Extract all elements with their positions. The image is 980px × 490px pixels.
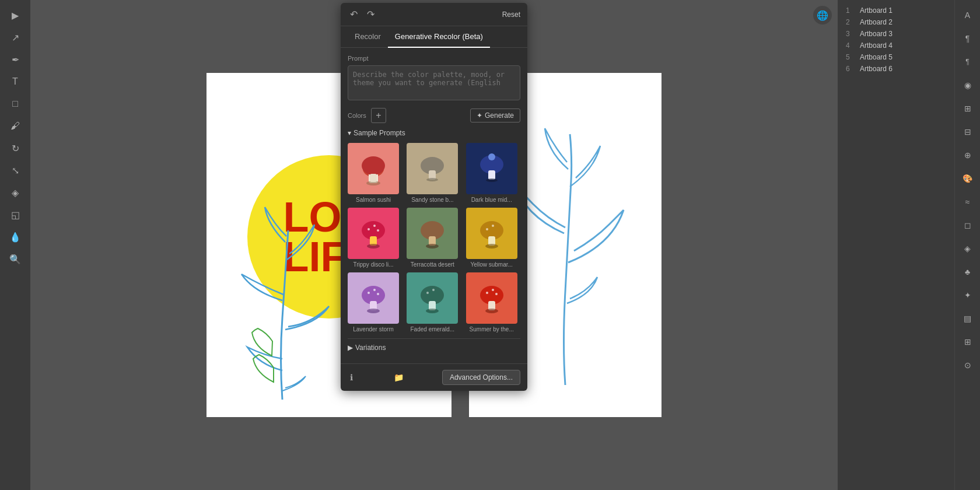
gradient-tool[interactable]: ◱ xyxy=(5,204,26,225)
sample-label-4: Terracotta desert xyxy=(407,261,458,268)
3d-tool[interactable]: ◈ xyxy=(957,238,978,259)
paintbrush-tool[interactable]: 🖌 xyxy=(5,116,26,136)
scale-tool[interactable]: ⤡ xyxy=(5,160,26,181)
svg-point-17 xyxy=(377,229,379,232)
appearance-tool[interactable]: ◻ xyxy=(957,215,978,236)
redo-button[interactable]: ↷ xyxy=(365,8,377,21)
svg-point-18 xyxy=(367,244,380,249)
paragraph-tool[interactable]: ¶ xyxy=(957,28,978,49)
colors-row: Colors + ✦ Generate xyxy=(348,108,520,123)
tab-recolor[interactable]: Recolor xyxy=(348,26,388,48)
svg-point-26 xyxy=(485,244,498,249)
pen-tool[interactable]: ✒ xyxy=(5,49,26,70)
globe-area: 🌐 xyxy=(813,6,832,24)
sample-item-8[interactable]: Summer by the... xyxy=(466,272,520,332)
svg-point-29 xyxy=(373,289,376,291)
artboard-item-3[interactable]: 3 Artboard 3 xyxy=(842,28,950,40)
svg-point-25 xyxy=(492,225,494,227)
artboard-tool[interactable]: ⊞ xyxy=(957,331,978,352)
plant-svg-art1 xyxy=(224,184,341,405)
variations-row[interactable]: ▶ Variations xyxy=(348,338,520,356)
info-button[interactable]: ℹ xyxy=(348,370,355,384)
generate-icon: ✦ xyxy=(477,111,482,120)
sample-label-0: Salmon sushi xyxy=(348,197,399,203)
type-tool[interactable]: T xyxy=(5,71,26,92)
sample-item-0[interactable]: Salmon sushi xyxy=(348,143,402,203)
artboard-item-2[interactable]: 2 Artboard 2 xyxy=(842,16,950,28)
align-tool[interactable]: ⊞ xyxy=(957,98,978,119)
sample-label-5: Yellow submar... xyxy=(466,261,517,268)
panel-body: Prompt Colors + ✦ Generate ▾ Sample Prom… xyxy=(341,48,527,363)
sample-thumb-2 xyxy=(466,143,517,194)
sample-item-3[interactable]: Trippy disco li... xyxy=(348,208,402,268)
sample-item-2[interactable]: Dark blue mid... xyxy=(466,143,520,203)
recolor-tool[interactable]: ≈ xyxy=(957,191,978,212)
artboard-item-4[interactable]: 4 Artboard 4 xyxy=(842,40,950,51)
char-tool[interactable]: ¶ xyxy=(957,51,978,72)
circle-icon[interactable]: ◉ xyxy=(957,75,978,96)
generate-button[interactable]: ✦ Generate xyxy=(470,108,520,123)
blend-tool[interactable]: ◈ xyxy=(5,182,26,203)
sample-label-1: Sandy stone b... xyxy=(407,197,458,203)
rotate-tool[interactable]: ↻ xyxy=(5,138,26,159)
sample-item-5[interactable]: Yellow submar... xyxy=(466,208,520,268)
add-color-button[interactable]: + xyxy=(371,108,386,123)
artboard-item-5[interactable]: 5 Artboard 5 xyxy=(842,51,950,63)
sample-thumb-1 xyxy=(407,143,458,194)
sample-thumb-7 xyxy=(407,272,458,324)
sample-item-1[interactable]: Sandy stone b... xyxy=(407,143,461,203)
color-tool[interactable]: 🎨 xyxy=(957,168,978,189)
artboard-item-6[interactable]: 6 Artboard 6 xyxy=(842,63,950,75)
sample-item-6[interactable]: Lavender storm xyxy=(348,272,402,332)
svg-point-30 xyxy=(377,293,379,295)
sample-thumb-8 xyxy=(466,272,517,324)
sample-label-3: Trippy disco li... xyxy=(348,261,399,268)
artboards-list: 1 Artboard 1 2 Artboard 2 3 Artboard 3 4… xyxy=(838,0,954,490)
artboard-list-panel: 1 Artboard 1 2 Artboard 2 3 Artboard 3 4… xyxy=(838,0,954,490)
pathfinder-tool[interactable]: ⊟ xyxy=(957,121,978,142)
shape-tool[interactable]: □ xyxy=(5,93,26,114)
selection-tool[interactable]: ▶ xyxy=(5,5,26,26)
left-toolbar: ▶ ↗ ✒ T □ 🖌 ↻ ⤡ ◈ ◱ 💧 🔍 xyxy=(0,0,30,490)
type-tool-right[interactable]: A xyxy=(957,5,978,26)
svg-rect-5 xyxy=(370,174,377,182)
svg-point-34 xyxy=(426,292,429,294)
reset-button[interactable]: Reset xyxy=(502,10,520,19)
panel-tabs: Recolor Generative Recolor (Beta) xyxy=(341,26,527,48)
right-toolbar: A ¶ ¶ ◉ ⊞ ⊟ ⊕ 🎨 ≈ ◻ ◈ ♣ ✦ ▤ ⊞ ⊙ xyxy=(954,0,980,490)
zoom-tool[interactable]: 🔍 xyxy=(5,249,26,270)
svg-point-37 xyxy=(426,309,439,313)
prompt-label: Prompt xyxy=(348,55,520,62)
svg-point-15 xyxy=(368,228,370,230)
transform-tool[interactable]: ⊕ xyxy=(957,145,978,166)
advanced-options-button[interactable]: Advanced Options... xyxy=(442,370,520,385)
tab-generative[interactable]: Generative Recolor (Beta) xyxy=(388,26,490,48)
links-tool[interactable]: ⊙ xyxy=(957,355,978,376)
sample-label-6: Lavender storm xyxy=(348,326,399,332)
undo-button[interactable]: ↶ xyxy=(348,8,360,21)
symbol-tool[interactable]: ♣ xyxy=(957,261,978,282)
sample-item-4[interactable]: Terracotta desert xyxy=(407,208,461,268)
chevron-down-icon: ▾ xyxy=(348,129,351,137)
direct-selection-tool[interactable]: ↗ xyxy=(5,27,26,48)
sample-item-7[interactable]: Faded emerald... xyxy=(407,272,461,332)
sample-thumb-4 xyxy=(407,208,458,259)
prompt-textarea[interactable] xyxy=(348,65,520,100)
sample-thumb-0 xyxy=(348,143,399,194)
eyedropper-tool[interactable]: 💧 xyxy=(5,226,26,247)
chevron-right-icon: ▶ xyxy=(348,344,353,352)
colors-label: Colors xyxy=(348,112,366,119)
sample-prompts-header[interactable]: ▾ Sample Prompts xyxy=(348,129,520,137)
sample-label-7: Faded emerald... xyxy=(407,326,458,332)
globe-button[interactable]: 🌐 xyxy=(813,6,832,24)
layers-tool[interactable]: ▤ xyxy=(957,308,978,329)
artboard-item-1[interactable]: 1 Artboard 1 xyxy=(842,5,950,16)
graphic-style[interactable]: ✦ xyxy=(957,285,978,306)
svg-point-16 xyxy=(373,225,376,227)
svg-point-28 xyxy=(368,292,370,294)
sample-label-2: Dark blue mid... xyxy=(466,197,517,203)
svg-point-21 xyxy=(426,244,439,249)
folder-button[interactable]: 📁 xyxy=(391,370,406,384)
canvas-area: LOVE LIFE xyxy=(30,0,838,490)
sample-label-8: Summer by the... xyxy=(466,326,517,332)
